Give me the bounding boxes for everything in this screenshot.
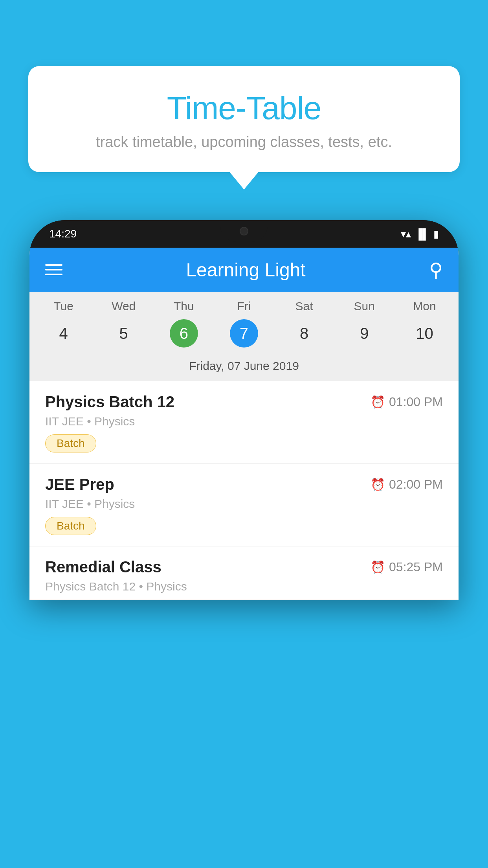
- search-icon[interactable]: ⚲: [429, 259, 443, 281]
- schedule-item-1-header: Physics Batch 12 ⏰ 01:00 PM: [45, 393, 443, 411]
- schedule-title-2: JEE Prep: [45, 476, 114, 493]
- bubble-title: Time-Table: [44, 90, 444, 127]
- time-value-1: 01:00 PM: [389, 395, 443, 409]
- signal-icon: ▐▌: [415, 228, 429, 240]
- notch: [220, 220, 268, 242]
- clock-icon-3: ⏰: [371, 560, 385, 574]
- batch-badge-1: Batch: [45, 434, 96, 452]
- day-tue: Tue: [33, 300, 94, 313]
- schedule-title-3: Remedial Class: [45, 558, 161, 576]
- app-header: Learning Light ⚲: [29, 248, 459, 292]
- date-5[interactable]: 5: [94, 319, 154, 348]
- battery-icon: ▮: [433, 228, 439, 240]
- clock-icon-1: ⏰: [371, 395, 385, 409]
- app-title: Learning Light: [186, 259, 305, 281]
- schedule-time-3: ⏰ 05:25 PM: [371, 560, 443, 574]
- schedule-item-2[interactable]: JEE Prep ⏰ 02:00 PM IIT JEE • Physics Ba…: [29, 464, 459, 546]
- speech-bubble: Time-Table track timetable, upcoming cla…: [28, 66, 460, 172]
- schedule-time-2: ⏰ 02:00 PM: [371, 477, 443, 492]
- time-value-3: 05:25 PM: [389, 560, 443, 574]
- schedule-title-1: Physics Batch 12: [45, 393, 174, 411]
- selected-date-label: Friday, 07 June 2019: [29, 355, 459, 381]
- calendar-section: Tue Wed Thu Fri Sat Sun Mon 4 5: [29, 292, 459, 381]
- day-fri: Fri: [214, 300, 274, 313]
- schedule-item-2-header: JEE Prep ⏰ 02:00 PM: [45, 476, 443, 493]
- date-7-selected[interactable]: 7: [214, 319, 274, 348]
- schedule-time-1: ⏰ 01:00 PM: [371, 395, 443, 409]
- day-wed: Wed: [94, 300, 154, 313]
- date-4[interactable]: 4: [33, 319, 94, 348]
- schedule-list: Physics Batch 12 ⏰ 01:00 PM IIT JEE • Ph…: [29, 381, 459, 600]
- phone-frame: 14:29 ▾▴ ▐▌ ▮ Learning Light ⚲: [29, 220, 459, 600]
- date-9[interactable]: 9: [334, 319, 394, 348]
- phone-mockup: 14:29 ▾▴ ▐▌ ▮ Learning Light ⚲: [29, 220, 459, 868]
- status-time: 14:29: [49, 228, 77, 240]
- hamburger-menu-icon[interactable]: [45, 264, 62, 275]
- day-mon: Mon: [394, 300, 455, 313]
- front-camera: [240, 227, 248, 235]
- clock-icon-2: ⏰: [371, 478, 385, 491]
- day-sat: Sat: [274, 300, 334, 313]
- status-bar: 14:29 ▾▴ ▐▌ ▮: [29, 220, 459, 248]
- time-value-2: 02:00 PM: [389, 477, 443, 492]
- status-icons: ▾▴ ▐▌ ▮: [401, 228, 439, 240]
- date-10[interactable]: 10: [394, 319, 455, 348]
- day-sun: Sun: [334, 300, 394, 313]
- week-dates: 4 5 6 7 8 9: [29, 316, 459, 355]
- bubble-subtitle: track timetable, upcoming classes, tests…: [44, 134, 444, 151]
- schedule-meta-3: Physics Batch 12 • Physics: [45, 580, 443, 593]
- batch-badge-2: Batch: [45, 517, 96, 535]
- date-8[interactable]: 8: [274, 319, 334, 348]
- schedule-item-3[interactable]: Remedial Class ⏰ 05:25 PM Physics Batch …: [29, 546, 459, 600]
- schedule-meta-2: IIT JEE • Physics: [45, 497, 443, 511]
- day-thu: Thu: [154, 300, 214, 313]
- week-days-header: Tue Wed Thu Fri Sat Sun Mon: [29, 292, 459, 316]
- wifi-icon: ▾▴: [401, 228, 411, 240]
- app-screen: Learning Light ⚲ Tue Wed Thu Fri Sat Sun…: [29, 248, 459, 600]
- schedule-item-3-header: Remedial Class ⏰ 05:25 PM: [45, 558, 443, 576]
- date-6-today[interactable]: 6: [154, 319, 214, 348]
- schedule-meta-1: IIT JEE • Physics: [45, 415, 443, 428]
- schedule-item-1[interactable]: Physics Batch 12 ⏰ 01:00 PM IIT JEE • Ph…: [29, 381, 459, 464]
